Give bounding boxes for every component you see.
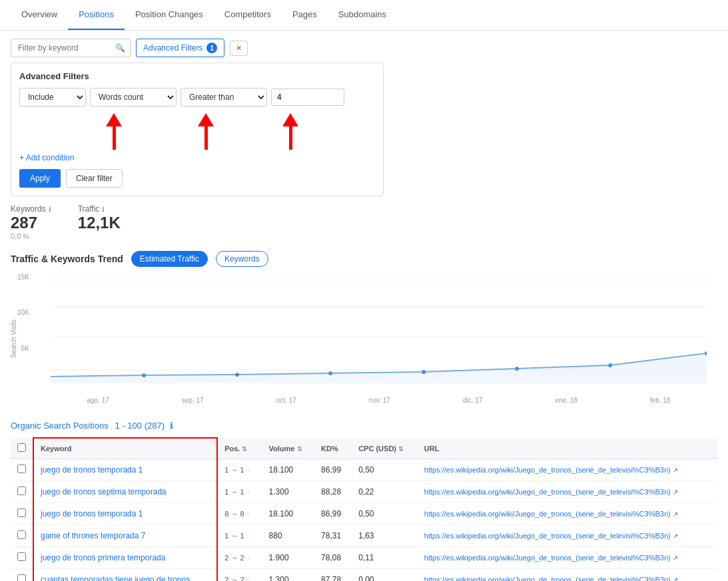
url-link[interactable]: https://es.wikipedia.org/wiki/Juego_de_t… — [424, 532, 671, 540]
url-link[interactable]: https://es.wikipedia.org/wiki/Juego_de_t… — [424, 488, 671, 496]
row-checkbox[interactable] — [17, 574, 26, 581]
svg-point-7 — [328, 371, 332, 375]
keyword-link[interactable]: juego de tronos temporada 1 — [41, 509, 143, 518]
external-link-icon: ↗ — [673, 488, 678, 496]
cpc-cell: 0,11 — [352, 547, 418, 569]
traffic-stat: Traffic ℹ 12,1K — [78, 204, 121, 240]
traffic-info-icon[interactable]: ℹ — [102, 206, 105, 213]
col-keyword: Keyword — [33, 438, 217, 459]
external-link-icon: ↗ — [673, 510, 678, 518]
volume-cell: 1.300 — [262, 481, 315, 503]
row-checkbox[interactable] — [17, 552, 26, 561]
keyword-link[interactable]: game of thrones temporada 7 — [41, 531, 145, 540]
external-link-icon: ↗ — [673, 554, 678, 562]
keyword-cell: juego de tronos septima temporada — [33, 481, 217, 503]
positions-table: Keyword Pos. ⇅ Volume ⇅ KD% CPC (USD) ⇅ … — [11, 437, 717, 581]
keyword-link[interactable]: cuantas temporadas tiene juego de tronos — [41, 575, 190, 581]
kd-cell: 87,78 — [314, 569, 352, 582]
traffic-value: 12,1K — [78, 214, 121, 232]
cpc-sort-icon[interactable]: ⇅ — [398, 446, 404, 453]
close-filter-button[interactable]: ✕ — [230, 41, 248, 56]
table-row: juego de tronos temporada 1 8 → 8 ○ 18.1… — [11, 503, 717, 525]
url-cell: https://es.wikipedia.org/wiki/Juego_de_t… — [418, 569, 717, 582]
row-checkbox[interactable] — [17, 508, 26, 517]
keyword-cell: juego de tronos primera temporada — [33, 547, 217, 569]
volume-sort-icon[interactable]: ⇅ — [297, 446, 302, 453]
main-content: 🔍 Advanced Filters 1 ✕ Advanced Filters … — [0, 31, 728, 581]
row-checkbox[interactable] — [17, 486, 26, 495]
row-checkbox[interactable] — [17, 530, 26, 539]
pos-cell: 1 → 1 ○ — [217, 525, 262, 547]
apply-button[interactable]: Apply — [19, 169, 61, 188]
y-label-5k: 5K — [21, 345, 29, 352]
keyword-link[interactable]: juego de tronos septima temporada — [41, 487, 167, 496]
url-link[interactable]: https://es.wikipedia.org/wiki/Juego_de_t… — [424, 554, 671, 562]
kd-cell: 86,99 — [314, 459, 352, 481]
tab-pages[interactable]: Pages — [282, 0, 328, 30]
keyword-link[interactable]: juego de tronos temporada 1 — [41, 465, 143, 475]
kd-cell: 78,31 — [314, 525, 352, 547]
url-cell: https://es.wikipedia.org/wiki/Juego_de_t… — [418, 459, 717, 481]
url-cell: https://es.wikipedia.org/wiki/Juego_de_t… — [418, 547, 717, 569]
url-link[interactable]: https://es.wikipedia.org/wiki/Juego_de_t… — [424, 510, 671, 518]
pos-cell: 2 → 2 ○ — [217, 547, 262, 569]
kd-cell: 78,08 — [314, 547, 352, 569]
volume-cell: 18.100 — [262, 459, 315, 481]
filter-value-input[interactable] — [271, 89, 344, 106]
pos-cell: 2 → 2 ○ — [217, 569, 262, 582]
include-select[interactable]: Include Exclude — [19, 88, 86, 106]
search-input[interactable] — [11, 39, 131, 57]
advanced-filters-button[interactable]: Advanced Filters 1 — [136, 39, 224, 57]
filter-actions: Apply Clear filter — [19, 169, 375, 188]
pos-cell: 1 → 1 ○ — [217, 459, 262, 481]
x-label-feb18: feb. 18 — [650, 397, 671, 404]
trend-title: Traffic & Keywords Trend — [11, 254, 123, 264]
keywords-change: 0,0 % — [11, 232, 51, 240]
advanced-filters-panel: Advanced Filters Include Exclude Words c… — [11, 63, 384, 196]
x-label-dic17: dic. 17 — [463, 397, 482, 404]
trend-section: Traffic & Keywords Trend Estimated Traff… — [11, 251, 717, 404]
y-axis-label: Search Visits — [10, 319, 17, 358]
operator-select[interactable]: Greater than Less than Equal to — [181, 88, 267, 106]
svg-point-10 — [608, 363, 612, 367]
url-link[interactable]: https://es.wikipedia.org/wiki/Juego_de_t… — [424, 466, 671, 474]
cpc-cell: 0,50 — [352, 459, 418, 481]
tab-positions[interactable]: Positions — [68, 0, 125, 30]
keywords-btn[interactable]: Keywords — [216, 251, 268, 267]
external-link-icon: ↗ — [673, 532, 678, 540]
add-condition-link[interactable]: + Add condition — [19, 153, 375, 162]
svg-point-8 — [422, 370, 426, 374]
volume-cell: 1.300 — [262, 569, 315, 582]
keyword-link[interactable]: juego de tronos primera temporada — [41, 553, 165, 562]
trend-header: Traffic & Keywords Trend Estimated Traff… — [11, 251, 717, 267]
top-navigation: Overview Positions Position Changes Comp… — [0, 0, 728, 31]
stats-row: Keywords ℹ 287 0,0 % Traffic ℹ 12,1K — [11, 204, 717, 240]
row-checkbox[interactable] — [17, 465, 26, 473]
col-volume: Volume ⇅ — [262, 438, 315, 459]
estimated-traffic-btn[interactable]: Estimated Traffic — [131, 251, 208, 267]
advanced-filters-title: Advanced Filters — [19, 71, 375, 81]
col-kd: KD% — [314, 438, 352, 459]
keyword-cell: cuantas temporadas tiene juego de tronos — [33, 569, 217, 582]
words-count-select[interactable]: Words count Keyword Volume KD% CPC — [90, 88, 177, 106]
table-info-icon[interactable]: ℹ — [170, 421, 173, 431]
tab-competitors[interactable]: Competitors — [214, 0, 282, 30]
keywords-info-icon[interactable]: ℹ — [49, 206, 51, 213]
x-label-oct17: oct. 17 — [276, 397, 296, 404]
table-range: 1 - 100 (287) — [115, 421, 165, 431]
svg-point-6 — [235, 373, 239, 377]
tab-overview[interactable]: Overview — [11, 0, 68, 30]
external-link-icon: ↗ — [673, 576, 678, 581]
pos-sort-icon[interactable]: ⇅ — [242, 446, 247, 453]
filter-condition-row: Include Exclude Words count Keyword Volu… — [19, 88, 375, 106]
tab-subdomains[interactable]: Subdomains — [328, 0, 397, 30]
tab-position-changes[interactable]: Position Changes — [125, 0, 214, 30]
col-url: URL — [418, 438, 717, 459]
url-cell: https://es.wikipedia.org/wiki/Juego_de_t… — [418, 481, 717, 503]
x-label-ene18: ene. 18 — [555, 397, 577, 404]
select-all-checkbox[interactable] — [17, 443, 26, 452]
url-cell: https://es.wikipedia.org/wiki/Juego_de_t… — [418, 525, 717, 547]
pos-cell: 1 → 1 ○ — [217, 481, 262, 503]
clear-filter-button[interactable]: Clear filter — [66, 169, 123, 188]
url-link[interactable]: https://es.wikipedia.org/wiki/Juego_de_t… — [424, 576, 671, 581]
